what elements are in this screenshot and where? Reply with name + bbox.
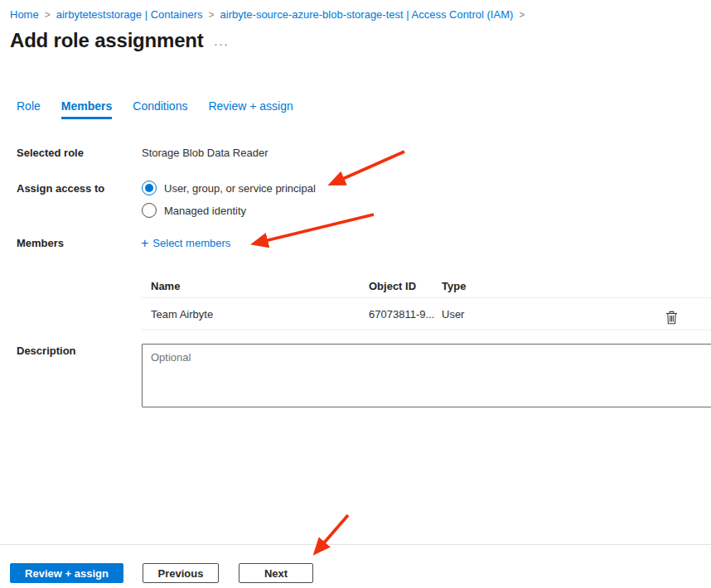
column-header-type: Type <box>442 280 466 292</box>
members-table: Name Object ID Type Team Airbyte 6707381… <box>142 274 711 330</box>
breadcrumb-separator: > <box>45 9 51 21</box>
arrow-to-radio <box>331 152 404 184</box>
plus-icon: + <box>141 238 148 248</box>
breadcrumb: Home > airbyteteststorage | Containers >… <box>10 8 530 21</box>
column-header-name: Name <box>151 280 180 292</box>
assign-access-radio-group: User, group, or service principal Manage… <box>142 181 316 225</box>
tab-review-assign[interactable]: Review + assign <box>208 99 293 119</box>
review-assign-button[interactable]: Review + assign <box>10 563 123 583</box>
radio-label: User, group, or service principal <box>164 182 316 195</box>
tab-role[interactable]: Role <box>17 99 41 119</box>
more-options-icon[interactable]: ··· <box>214 36 229 51</box>
breadcrumb-separator: > <box>209 9 215 21</box>
assign-access-to-label: Assign access to <box>17 182 104 195</box>
radio-selected-icon <box>142 181 157 195</box>
breadcrumb-separator: > <box>519 9 525 21</box>
tab-bar: Role Members Conditions Review + assign <box>17 99 293 119</box>
selected-role-value: Storage Blob Data Reader <box>142 147 268 159</box>
description-label: Description <box>17 345 76 357</box>
breadcrumb-home-link[interactable]: Home <box>10 8 39 21</box>
footer-divider <box>0 544 711 545</box>
members-table-header: Name Object ID Type <box>142 274 711 298</box>
member-object-id: 67073811-9... <box>369 308 434 321</box>
delete-member-button[interactable] <box>662 308 680 326</box>
select-members-label: Select members <box>152 237 230 249</box>
members-label: Members <box>17 237 64 249</box>
radio-managed-identity[interactable]: Managed identity <box>142 203 316 218</box>
previous-button[interactable]: Previous <box>143 563 219 583</box>
radio-user-group-service-principal[interactable]: User, group, or service principal <box>142 181 316 195</box>
selected-role-label: Selected role <box>17 147 84 159</box>
description-input[interactable] <box>142 344 711 407</box>
member-type: User <box>442 308 464 321</box>
breadcrumb-iam-link[interactable]: airbyte-source-azure-blob-storage-test |… <box>220 8 514 21</box>
tab-conditions[interactable]: Conditions <box>133 99 187 119</box>
member-name: Team Airbyte <box>151 308 213 321</box>
radio-unselected-icon <box>142 203 157 218</box>
arrow-to-next-button <box>316 515 348 552</box>
select-members-link[interactable]: + Select members <box>141 237 230 249</box>
tab-members[interactable]: Members <box>61 99 112 119</box>
column-header-object-id: Object ID <box>369 280 416 292</box>
table-row: Team Airbyte 67073811-9... User <box>142 298 711 330</box>
radio-label: Managed identity <box>164 205 246 217</box>
page-title: Add role assignment <box>10 29 204 52</box>
next-button[interactable]: Next <box>239 563 313 583</box>
trash-icon <box>665 311 678 325</box>
breadcrumb-storage-link[interactable]: airbyteteststorage | Containers <box>56 8 203 21</box>
